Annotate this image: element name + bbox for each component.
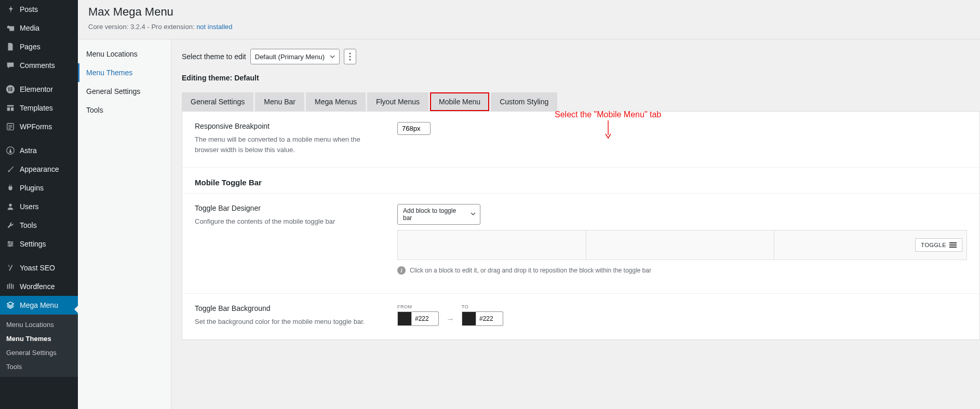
templates-icon: [5, 103, 16, 113]
sidebar-label: Mega Menu: [20, 301, 58, 309]
not-installed-link[interactable]: not installed: [196, 23, 232, 31]
sidebar-item-wpforms[interactable]: WPForms: [0, 117, 78, 136]
sidebar-item-templates[interactable]: Templates: [0, 99, 78, 117]
settings-area: Responsive Breakpoint The menu will be c…: [182, 111, 980, 340]
inner-nav-general-settings[interactable]: General Settings: [78, 82, 171, 101]
tab-mobile-menu[interactable]: Mobile Menu: [430, 92, 489, 111]
tab-general-settings[interactable]: General Settings: [182, 92, 253, 111]
sidebar-label: Comments: [20, 61, 55, 70]
svg-point-17: [350, 59, 351, 61]
svg-point-15: [350, 53, 351, 54]
svg-point-16: [350, 56, 351, 58]
sidebar-item-comments[interactable]: Comments: [0, 56, 78, 75]
sidebar-item-pages[interactable]: Pages: [0, 37, 78, 56]
sidebar-label: Plugins: [20, 184, 44, 192]
designer-desc: Configure the contents of the mobile tog…: [195, 216, 377, 227]
sidebar-label: Appearance: [20, 165, 59, 173]
tab-mega-menus[interactable]: Mega Menus: [306, 92, 366, 111]
setting-responsive-breakpoint: Responsive Breakpoint The menu will be c…: [182, 112, 979, 168]
breakpoint-desc: The menu will be converted to a mobile m…: [195, 134, 377, 155]
svg-rect-3: [10, 87, 12, 88]
svg-point-8: [9, 204, 11, 207]
setting-toggle-designer: Toggle Bar Designer Configure the conten…: [182, 194, 979, 294]
inner-nav-tools[interactable]: Tools: [78, 101, 171, 119]
inner-nav-menu-locations[interactable]: Menu Locations: [78, 45, 171, 63]
sidebar-label: Pages: [20, 43, 41, 51]
theme-select[interactable]: Default (Primary Menu): [250, 49, 340, 64]
inner-nav-menu-themes[interactable]: Menu Themes: [78, 63, 171, 82]
from-color-input[interactable]: [412, 311, 439, 326]
sidebar-item-media[interactable]: Media: [0, 19, 78, 37]
kebab-icon: [349, 52, 351, 61]
pushpin-icon: [5, 4, 16, 15]
users-icon: [5, 201, 16, 212]
chevron-down-icon: [471, 211, 476, 218]
theme-actions-button[interactable]: [344, 49, 356, 64]
plugin-icon: [5, 183, 16, 193]
toggle-block[interactable]: TOGGLE: [915, 238, 962, 252]
sidebar-item-yoast[interactable]: Yoast SEO: [0, 258, 78, 277]
sidebar-item-plugins[interactable]: Plugins: [0, 179, 78, 197]
hamburger-icon: [949, 242, 957, 248]
astra-icon: [5, 145, 16, 156]
bg-title: Toggle Bar Background: [195, 304, 377, 312]
main-content: Max Mega Menu Core version: 3.2.4 - Pro …: [78, 0, 980, 409]
svg-rect-6: [7, 124, 14, 130]
submenu-general-settings[interactable]: General Settings: [0, 346, 78, 360]
tabs: General Settings Menu Bar Mega Menus Fly…: [182, 92, 980, 111]
info-icon: i: [397, 266, 406, 275]
yoast-icon: [5, 263, 16, 273]
submenu-menu-themes[interactable]: Menu Themes: [0, 332, 78, 346]
elementor-icon: [5, 84, 16, 94]
tab-flyout-menus[interactable]: Flyout Menus: [367, 92, 428, 111]
page-icon: [5, 42, 16, 52]
sidebar-item-tools[interactable]: Tools: [0, 216, 78, 235]
sidebar-label: Users: [20, 202, 39, 211]
wordfence-icon: [5, 281, 16, 292]
brush-icon: [5, 164, 16, 174]
tab-custom-styling[interactable]: Custom Styling: [491, 92, 557, 111]
sidebar-item-wordfence[interactable]: Wordfence: [0, 277, 78, 296]
tab-menu-bar[interactable]: Menu Bar: [255, 92, 304, 111]
sidebar-item-users[interactable]: Users: [0, 197, 78, 216]
svg-rect-21: [949, 247, 957, 248]
svg-point-13: [11, 243, 13, 245]
designer-cell-center[interactable]: [586, 230, 775, 260]
designer-hint: i Click on a block to edit it, or drag a…: [397, 260, 967, 281]
wpforms-icon: [5, 121, 16, 132]
page-subtitle: Core version: 3.2.4 - Pro extension: not…: [88, 23, 970, 31]
from-label: FROM: [397, 304, 439, 309]
sidebar-label: Yoast SEO: [20, 264, 55, 272]
wrench-icon: [5, 220, 16, 230]
svg-rect-5: [10, 90, 12, 91]
chevron-down-icon: [330, 53, 335, 61]
sidebar-label: Settings: [20, 240, 46, 248]
sidebar-label: Templates: [20, 104, 53, 112]
designer-cell-left[interactable]: [398, 230, 586, 260]
designer-cell-right[interactable]: TOGGLE: [774, 230, 966, 260]
sidebar-item-megamenu[interactable]: Mega Menu: [0, 296, 78, 315]
sidebar-item-elementor[interactable]: Elementor: [0, 80, 78, 99]
to-swatch[interactable]: [462, 311, 476, 326]
submenu-tools[interactable]: Tools: [0, 360, 78, 374]
settings-panel: Select theme to edit Default (Primary Me…: [171, 39, 980, 409]
sidebar-item-settings[interactable]: Settings: [0, 235, 78, 253]
from-swatch[interactable]: [397, 311, 412, 326]
sidebar-item-astra[interactable]: Astra: [0, 141, 78, 160]
inner-sidebar: Menu Locations Menu Themes General Setti…: [78, 39, 171, 409]
svg-point-14: [9, 245, 11, 247]
sidebar-item-appearance[interactable]: Appearance: [0, 160, 78, 179]
media-icon: [5, 23, 16, 33]
wp-admin-sidebar: Posts Media Pages Comments Elementor Tem…: [0, 0, 78, 409]
add-block-select[interactable]: Add block to toggle bar: [397, 204, 480, 225]
breakpoint-input[interactable]: [397, 122, 431, 135]
to-color-input[interactable]: [476, 311, 503, 326]
submenu-menu-locations[interactable]: Menu Locations: [0, 318, 78, 332]
to-label: TO: [462, 304, 503, 309]
sidebar-submenu: Menu Locations Menu Themes General Setti…: [0, 315, 78, 377]
designer-cells: TOGGLE: [397, 230, 967, 260]
svg-rect-2: [8, 87, 9, 91]
sidebar-item-posts[interactable]: Posts: [0, 0, 78, 19]
designer-title: Toggle Bar Designer: [195, 204, 377, 212]
settings-icon: [5, 239, 16, 249]
